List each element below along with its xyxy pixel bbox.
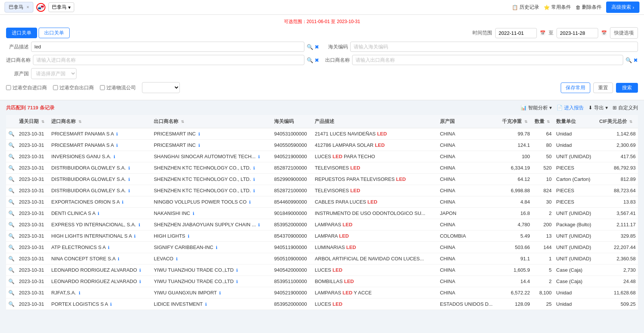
- exporter-info-icon[interactable]: ℹ: [198, 143, 200, 148]
- hs-input[interactable]: [350, 42, 638, 52]
- product-input[interactable]: [31, 42, 304, 52]
- importer-info-icon[interactable]: ℹ: [134, 234, 136, 238]
- row-search-icon[interactable]: 🔍: [6, 299, 17, 310]
- th-exporter[interactable]: 出口商名称 ⇅: [151, 115, 272, 128]
- importer-info-icon[interactable]: ℹ: [110, 302, 112, 307]
- origin-select[interactable]: 请选择原产国: [31, 68, 76, 79]
- date-end-input[interactable]: [557, 28, 598, 38]
- tab-export[interactable]: 出口关单: [39, 28, 70, 38]
- delete-conditions-link[interactable]: 🗑 删除条件: [575, 4, 602, 11]
- row-date: 2023-10-31: [17, 242, 49, 253]
- results-section: 共匹配到 7119 条记录 📊 智能分析 ▾ 📄 进入报告 ⬇ 导出 ▾ ⊞ 自…: [0, 100, 644, 314]
- custom-columns-button[interactable]: ⊞ 自定义列: [613, 104, 638, 111]
- air-import-checkbox[interactable]: [6, 85, 11, 90]
- importer-info-icon[interactable]: ℹ: [122, 200, 123, 204]
- tab-close-icon[interactable]: ×: [27, 5, 29, 10]
- importer-info-icon[interactable]: ℹ: [116, 132, 118, 136]
- enter-report-button[interactable]: 📄 进入报告: [557, 104, 584, 111]
- checkbox-air-import[interactable]: 过港空自进口商: [6, 84, 47, 91]
- exporter-info-icon[interactable]: ℹ: [253, 166, 255, 170]
- calendar-end-icon[interactable]: 📅: [601, 30, 607, 36]
- row-search-icon[interactable]: 🔍: [6, 287, 17, 299]
- product-clear-icon[interactable]: ✖: [315, 44, 319, 50]
- importer-info-icon[interactable]: ℹ: [139, 279, 141, 284]
- row-search-icon[interactable]: 🔍: [6, 242, 17, 253]
- row-weight: 503.66: [500, 242, 532, 253]
- quick-option-button[interactable]: 快捷选项: [610, 27, 638, 39]
- row-search-icon[interactable]: 🔍: [6, 208, 17, 219]
- logistics-checkbox[interactable]: [100, 85, 105, 90]
- common-conditions-link[interactable]: ⭐ 常用条件: [544, 4, 571, 11]
- importer-input[interactable]: [33, 55, 304, 65]
- advanced-search-button[interactable]: 高级搜索 ›: [606, 2, 639, 13]
- importer-info-icon[interactable]: ℹ: [128, 177, 130, 182]
- importer-clear-icon[interactable]: ✖: [315, 57, 319, 63]
- exporter-info-icon[interactable]: ℹ: [176, 257, 178, 261]
- exporter-clear-icon[interactable]: ✖: [633, 57, 638, 63]
- product-search-icon[interactable]: 🔍: [307, 44, 313, 50]
- row-search-icon[interactable]: 🔍: [6, 230, 17, 242]
- row-search-icon[interactable]: 🔍: [6, 140, 17, 151]
- date-start-input[interactable]: [495, 28, 537, 38]
- exporter-info-icon[interactable]: ℹ: [253, 177, 255, 182]
- checkbox-logistics[interactable]: 过港物流公司: [100, 84, 136, 91]
- exporter-info-icon[interactable]: ℹ: [205, 302, 207, 307]
- importer-info-icon[interactable]: ℹ: [139, 223, 140, 227]
- importer-info-icon[interactable]: ℹ: [128, 166, 130, 170]
- exporter-info-icon[interactable]: ℹ: [219, 291, 221, 295]
- exporter-info-icon[interactable]: ℹ: [258, 223, 260, 227]
- exporter-info-icon[interactable]: ℹ: [193, 211, 194, 216]
- row-description: LUCES LED PARA TECHO: [312, 151, 438, 162]
- th-importer[interactable]: 进口商名称 ⇅: [49, 115, 151, 128]
- importer-info-icon[interactable]: ℹ: [128, 188, 130, 193]
- row-search-icon[interactable]: 🔍: [6, 128, 17, 140]
- th-cif[interactable]: CIF美元总价 ⇅: [597, 115, 638, 128]
- history-link[interactable]: 📋 历史记录: [512, 4, 539, 11]
- row-hs: 853951100000: [272, 276, 312, 287]
- th-date[interactable]: 通关日期 ⇅: [17, 115, 49, 128]
- exporter-info-icon[interactable]: ℹ: [236, 268, 238, 272]
- importer-info-icon[interactable]: ℹ: [118, 257, 119, 261]
- tab-import[interactable]: 进口关单: [6, 28, 37, 38]
- smart-analysis-button[interactable]: 📊 智能分析 ▾: [521, 104, 552, 111]
- checkbox-air-export[interactable]: 过港空自出口商: [53, 84, 94, 91]
- air-export-checkbox[interactable]: [53, 85, 58, 90]
- row-search-icon[interactable]: 🔍: [6, 219, 17, 230]
- exporter-info-icon[interactable]: ℹ: [236, 279, 238, 284]
- exporter-info-icon[interactable]: ℹ: [249, 200, 251, 204]
- extra-dropdown[interactable]: [142, 82, 180, 93]
- row-search-icon[interactable]: 🔍: [6, 253, 17, 265]
- exporter-search-icon[interactable]: 🔍: [625, 57, 632, 63]
- row-search-icon[interactable]: 🔍: [6, 265, 17, 276]
- exporter-info-icon[interactable]: ℹ: [258, 154, 260, 159]
- importer-info-icon[interactable]: ℹ: [114, 154, 115, 159]
- row-search-icon[interactable]: 🔍: [6, 174, 17, 185]
- search-button[interactable]: 搜索: [616, 83, 638, 93]
- save-button[interactable]: 保存常用: [561, 82, 590, 93]
- reset-button[interactable]: 重置: [593, 82, 613, 93]
- exporter-info-icon[interactable]: ℹ: [198, 132, 200, 136]
- calendar-start-icon[interactable]: 📅: [540, 30, 546, 36]
- country-dropdown[interactable]: 巴拿马 ▾: [48, 2, 74, 12]
- importer-info-icon[interactable]: ℹ: [98, 211, 99, 216]
- exporter-info-icon[interactable]: ℹ: [216, 245, 217, 250]
- importer-info-icon[interactable]: ℹ: [116, 143, 118, 148]
- tab-panama[interactable]: 巴拿马 ×: [5, 2, 33, 12]
- row-search-icon[interactable]: 🔍: [6, 162, 17, 174]
- importer-info-icon[interactable]: ℹ: [139, 268, 141, 272]
- export-button[interactable]: ⬇ 导出 ▾: [588, 104, 608, 111]
- th-weight[interactable]: 千克净重 ⇅: [500, 115, 532, 128]
- importer-info-icon[interactable]: ℹ: [79, 291, 80, 295]
- row-search-icon[interactable]: 🔍: [6, 276, 17, 287]
- exporter-info-icon[interactable]: ℹ: [188, 234, 189, 238]
- row-exporter: PRICESMART INC ℹ: [151, 140, 272, 151]
- row-date: 2023-10-31: [17, 140, 49, 151]
- row-search-icon[interactable]: 🔍: [6, 196, 17, 208]
- th-quantity[interactable]: 数量 ⇅: [532, 115, 554, 128]
- importer-search-icon[interactable]: 🔍: [307, 57, 313, 63]
- exporter-input[interactable]: [352, 55, 624, 65]
- importer-info-icon[interactable]: ℹ: [108, 245, 109, 250]
- row-search-icon[interactable]: 🔍: [6, 151, 17, 162]
- exporter-info-icon[interactable]: ℹ: [253, 188, 255, 193]
- row-search-icon[interactable]: 🔍: [6, 185, 17, 196]
